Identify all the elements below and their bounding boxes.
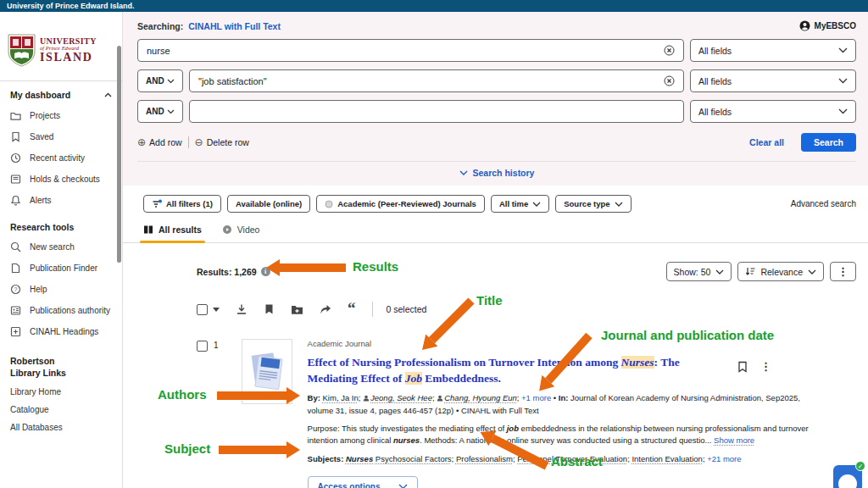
upei-logo-text: UNIVERSITY of Prince Edward ISLAND <box>40 37 97 64</box>
author-link[interactable]: Chang, Hyoung Eun <box>444 393 517 402</box>
chat-widget[interactable]: ✓ <box>833 465 862 488</box>
clear-input-icon[interactable] <box>664 75 675 86</box>
toggle-icon <box>325 200 333 208</box>
access-options-label: Access options <box>318 482 381 488</box>
sidebar-item-cinahl-headings[interactable]: CINAHL Headings <box>0 321 122 342</box>
toolbar-divider <box>372 302 373 317</box>
all-filters-chip[interactable]: All filters (1) <box>143 195 221 213</box>
search-input-3[interactable] <box>198 107 675 117</box>
delete-row-button[interactable]: ⊖ Delete row <box>195 137 249 147</box>
sidebar-header-my-dashboard[interactable]: My dashboard <box>0 81 122 105</box>
sort-select[interactable]: Relevance <box>737 262 824 281</box>
author-icon <box>437 393 443 405</box>
sidebar-item-publication-finder[interactable]: Publication Finder <box>0 258 122 279</box>
sidebar-item-help[interactable]: ? Help <box>0 279 122 300</box>
result-kebab-icon[interactable]: ⋮ <box>760 361 771 373</box>
author-link[interactable]: Kim, Ja In <box>323 393 359 402</box>
subject-link[interactable]: Intention Evaluation <box>632 454 702 463</box>
add-row-button[interactable]: ⊕ Add row <box>137 137 182 147</box>
operator-select-3[interactable]: AND <box>137 100 183 123</box>
more-options-button[interactable]: ⋮ <box>830 262 856 281</box>
operator-select-2[interactable]: AND <box>137 69 183 92</box>
sidebar-item-holds-checkouts[interactable]: Holds & checkouts <box>0 169 122 190</box>
subject-link[interactable]: Nurses <box>346 454 373 463</box>
search-input-1[interactable] <box>147 46 664 56</box>
show-per-page-select[interactable]: Show: 50 <box>666 262 732 281</box>
result-title[interactable]: Effect of Nursing Professionalism on Tur… <box>308 354 721 386</box>
document-illustration <box>248 349 286 395</box>
source-type-chip[interactable]: Source type <box>555 195 631 213</box>
sidebar-item-recent-activity[interactable]: Recent activity <box>0 147 122 169</box>
all-time-chip[interactable]: All time <box>491 195 549 213</box>
filters-bar: All filters (1) Available (online) Acade… <box>123 186 868 213</box>
chevron-down-icon <box>715 269 724 274</box>
clear-input-icon[interactable] <box>664 45 675 56</box>
peer-reviewed-chip[interactable]: Academic (Peer-Reviewed) Journals <box>316 195 485 213</box>
field-select-value: All fields <box>698 46 732 56</box>
sidebar-item-saved[interactable]: Saved <box>0 126 122 147</box>
select-dropdown-icon[interactable] <box>213 308 220 312</box>
myebsco-label: MyEBSCO <box>815 21 856 30</box>
download-button[interactable] <box>236 303 248 315</box>
sidebar-link-library-home[interactable]: Library Home <box>0 380 122 398</box>
search-button[interactable]: Search <box>801 133 856 152</box>
select-all-checkbox[interactable] <box>197 304 208 315</box>
account-icon <box>799 20 810 31</box>
sidebar-link-all-databases[interactable]: All Databases <box>0 416 122 434</box>
more-subjects-link[interactable]: +21 more <box>707 454 741 463</box>
search-row-3: AND All fields <box>137 100 856 123</box>
sidebar-item-alerts[interactable]: Alerts <box>0 190 122 211</box>
tab-all-results[interactable]: All results <box>143 225 202 242</box>
result-thumbnail[interactable] <box>242 339 292 404</box>
info-icon[interactable]: i <box>261 267 270 276</box>
tab-video[interactable]: Video <box>222 225 260 242</box>
available-online-label: Available (online) <box>236 199 302 208</box>
filter-icon <box>152 199 162 209</box>
subject-link[interactable]: Psychosocial Factors <box>376 454 452 463</box>
database-link[interactable]: CINAHL with Full Text <box>188 21 281 31</box>
sidebar-item-projects[interactable]: Projects <box>0 105 122 126</box>
sidebar-scrollbar[interactable] <box>117 46 121 263</box>
advanced-search-link[interactable]: Advanced search <box>791 199 856 208</box>
show-per-page-value: Show: 50 <box>674 267 711 277</box>
sidebar-item-label: Publication Finder <box>30 263 97 273</box>
field-select-value: All fields <box>698 76 732 86</box>
share-button[interactable] <box>320 304 331 315</box>
download-icon <box>236 303 248 315</box>
save-bookmark-button[interactable] <box>264 303 275 315</box>
sidebar-item-label: Saved <box>30 132 53 141</box>
access-options-button[interactable]: Access options <box>308 476 419 488</box>
clear-all-link[interactable]: Clear all <box>749 137 784 147</box>
add-to-project-button[interactable] <box>291 304 303 315</box>
search-history-toggle[interactable]: Search history <box>137 161 856 186</box>
main-content: Searching: CINAHL with Full Text MyEBSCO… <box>123 12 868 488</box>
results-tabs: All results Video <box>123 213 868 243</box>
folder-icon <box>10 110 21 121</box>
result-item: 1 Academic Journal Effect of Nursing Pro… <box>197 339 856 488</box>
sidebar-item-publications-authority[interactable]: Publications authority <box>0 300 122 321</box>
myebsco-button[interactable]: MyEBSCO <box>799 20 856 31</box>
subject-link[interactable]: Personnel Turnover Evaluation <box>517 454 627 463</box>
available-online-chip[interactable]: Available (online) <box>227 195 310 213</box>
bookmark-result-button[interactable] <box>737 361 748 373</box>
field-select-3[interactable]: All fields <box>690 100 856 123</box>
more-authors-link[interactable]: +1 more <box>521 393 551 402</box>
result-checkbox[interactable] <box>197 341 208 352</box>
search-input-2[interactable] <box>198 76 664 86</box>
upei-shield-icon <box>8 34 36 67</box>
sidebar-link-catalogue[interactable]: Catalogue <box>0 398 122 416</box>
field-select-1[interactable]: All fields <box>690 39 856 62</box>
author-link[interactable]: Jeong, Seok Hee <box>370 393 432 402</box>
upei-logo[interactable]: UNIVERSITY of Prince Edward ISLAND <box>8 34 117 67</box>
subject-link[interactable]: Professionalism <box>456 454 513 463</box>
database-name: CINAHL with Full Text <box>461 406 539 415</box>
sidebar-item-new-search[interactable]: New search <box>0 236 122 258</box>
results-area: Results: 1,269 i Show: 50 Relevance ⋮ <box>123 262 868 488</box>
show-more-link[interactable]: Show more <box>714 435 754 445</box>
cite-button[interactable]: “ <box>348 304 356 314</box>
operator-value: AND <box>146 107 164 116</box>
sidebar-item-label: Alerts <box>30 196 52 205</box>
field-select-2[interactable]: All fields <box>690 69 856 92</box>
search-input-1-wrap <box>137 39 684 62</box>
sidebar-item-label: Projects <box>30 111 60 120</box>
